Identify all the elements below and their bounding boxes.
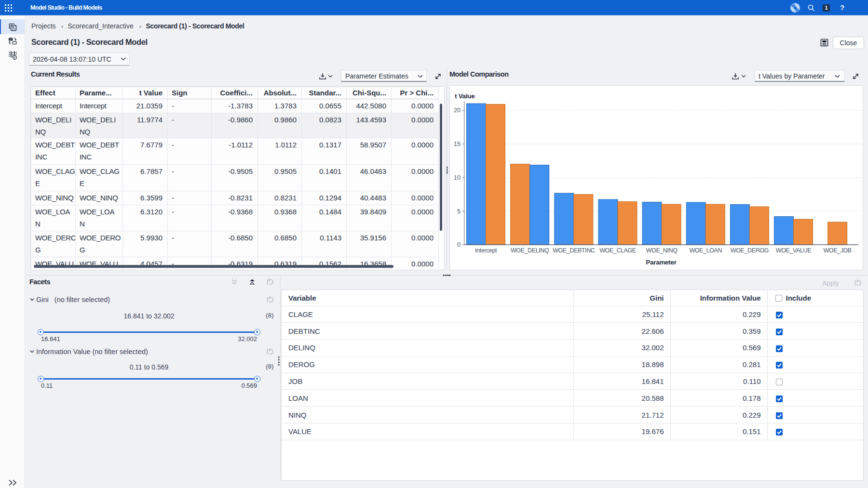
svg-text:WOE_JOB: WOE_JOB — [823, 247, 851, 254]
svg-text:10: 10 — [454, 174, 461, 181]
svg-text:WOE_DELINQ: WOE_DELINQ — [511, 247, 549, 254]
svg-text:WOE_DEROG: WOE_DEROG — [731, 247, 769, 254]
svg-text:WOE_LOAN: WOE_LOAN — [689, 247, 722, 254]
svg-text:WOE_VALUE: WOE_VALUE — [776, 247, 811, 254]
svg-text:Parameter: Parameter — [646, 259, 677, 266]
svg-text:Intercept: Intercept — [475, 247, 497, 254]
svg-text:0: 0 — [457, 241, 461, 248]
svg-text:5: 5 — [457, 208, 461, 215]
svg-text:20: 20 — [454, 107, 461, 114]
svg-text:WOE_NINQ: WOE_NINQ — [646, 247, 678, 254]
svg-text:15: 15 — [454, 141, 461, 147]
svg-text:WOE_DEBTINC: WOE_DEBTINC — [553, 247, 595, 254]
svg-text:t Value: t Value — [455, 92, 475, 100]
svg-text:WOE_CLAGE: WOE_CLAGE — [599, 247, 636, 254]
